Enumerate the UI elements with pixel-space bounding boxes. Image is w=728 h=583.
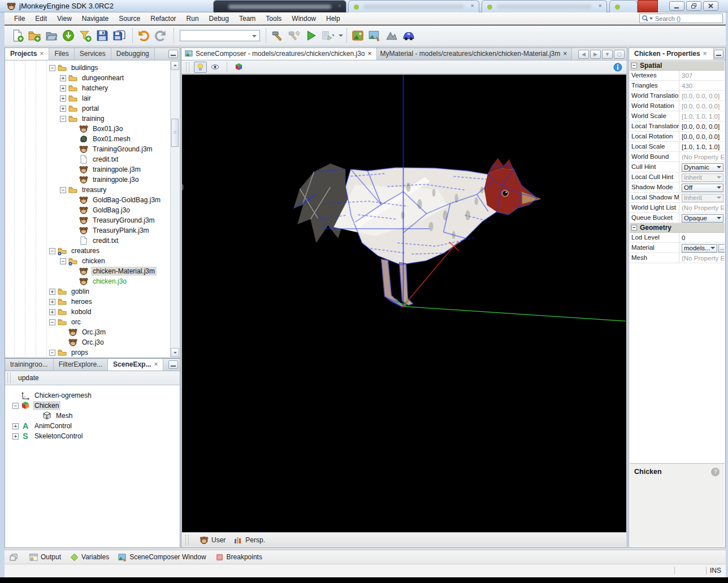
- tree-item-chicken-j3o[interactable]: chicken.j3o: [6, 276, 170, 286]
- tree-item-creatures[interactable]: −creatures: [6, 246, 170, 256]
- docked-window-output[interactable]: Output: [29, 553, 61, 562]
- expander-expand-icon[interactable]: +: [60, 95, 66, 102]
- editor-tab-mymaterial-models-creatures-chicken-chicken-material-j3m[interactable]: MyMaterial - models/creatures/chicken/ch…: [377, 48, 573, 60]
- background-browser-tab[interactable]: [609, 0, 638, 12]
- tree-item-training[interactable]: −training: [6, 114, 170, 124]
- minimize-panel-button[interactable]: [714, 50, 723, 58]
- tree-item-orc[interactable]: −orc: [6, 317, 170, 327]
- expander-collapse-icon[interactable]: −: [60, 187, 66, 193]
- update-center-button[interactable]: [61, 27, 78, 44]
- tree-item-goblin[interactable]: +goblin: [6, 286, 170, 297]
- tree-item-animcontrol[interactable]: +AAnimControl: [6, 421, 179, 431]
- expander-expand-icon[interactable]: +: [12, 423, 19, 429]
- tree-item-treasuryplank-j3m[interactable]: TreasuryPlank.j3m: [6, 225, 170, 236]
- tree-item-dungeonheart[interactable]: +dungeonheart: [6, 73, 170, 83]
- tree-item-lair[interactable]: +lair: [6, 93, 170, 103]
- dock-windows-icon[interactable]: [9, 553, 18, 562]
- scene-viewer-button[interactable]: [367, 27, 384, 44]
- tree-item-goldbag-goldbag-j3m[interactable]: GoldBag-GoldBag.j3m: [6, 195, 170, 205]
- minimize-window-button[interactable]: [669, 1, 684, 11]
- scrollbar-thumb[interactable]: [171, 119, 179, 147]
- ellipsis-button[interactable]: ...: [718, 244, 725, 253]
- explorer-tab-trainingroo[interactable]: trainingroo...: [5, 359, 54, 371]
- quick-search[interactable]: [639, 14, 723, 23]
- background-window-close-area[interactable]: [638, 0, 658, 12]
- tab-list-dropdown-button[interactable]: ▼: [602, 50, 613, 59]
- toolbar-drag-handle[interactable]: [7, 373, 11, 383]
- tree-item-trainingpole-j3o[interactable]: trainingpole.j3o: [6, 175, 170, 185]
- projects-tab-files[interactable]: Files: [49, 48, 74, 60]
- search-input[interactable]: [654, 15, 713, 23]
- restore-window-button[interactable]: [686, 1, 701, 11]
- maximize-editor-button[interactable]: ▢: [614, 50, 625, 59]
- expander-collapse-icon[interactable]: −: [60, 116, 66, 122]
- tree-item-treasuryground-j3m[interactable]: TreasuryGround.j3m: [6, 215, 170, 225]
- property-value[interactable]: [1.0, 1.0, 1.0]: [679, 142, 725, 151]
- tree-item-heroes[interactable]: +heroes: [6, 297, 170, 307]
- projects-tab-services[interactable]: Services: [75, 48, 111, 60]
- tree-item-chicken[interactable]: −Chicken: [6, 401, 179, 411]
- expander-expand-icon[interactable]: +: [60, 106, 66, 112]
- save-button[interactable]: [95, 27, 112, 44]
- menu-edit[interactable]: Edit: [30, 13, 52, 24]
- close-tab-icon[interactable]: ×: [563, 50, 567, 58]
- menu-view[interactable]: View: [52, 13, 77, 24]
- tree-item-chicken-ogremesh[interactable]: Chicken-ogremesh: [6, 390, 179, 401]
- background-browser-tab[interactable]: ×: [348, 0, 479, 12]
- tree-item-box01-mesh[interactable]: Box01.mesh: [6, 134, 170, 144]
- projects-tree-scrollbar[interactable]: [170, 61, 179, 357]
- scroll-tabs-right-button[interactable]: ▶: [590, 50, 601, 59]
- property-value[interactable]: 0: [679, 233, 725, 242]
- minimize-panel-button[interactable]: [168, 360, 178, 369]
- expander-expand-icon[interactable]: +: [60, 75, 66, 81]
- new-file-button[interactable]: [10, 27, 27, 44]
- save-all-button[interactable]: [112, 27, 129, 44]
- tree-item-box01-j3o[interactable]: Box01.j3o: [6, 124, 170, 134]
- tree-item-credit-txt[interactable]: credit.txt: [6, 236, 170, 246]
- open-project-button[interactable]: [44, 27, 61, 44]
- tree-item-trainingground-j3m[interactable]: TrainingGround.j3m: [6, 144, 170, 154]
- menu-help[interactable]: Help: [321, 13, 345, 24]
- tree-item-chicken-material-j3m[interactable]: chicken-Material.j3m: [6, 266, 170, 276]
- terrain-editor-button[interactable]: [350, 27, 367, 44]
- explorer-tab-filterexplore[interactable]: FilterExplore...: [54, 359, 108, 371]
- toolbar-drag-handle[interactable]: [186, 62, 189, 72]
- redo-button[interactable]: [153, 27, 170, 44]
- tree-item-props[interactable]: −props: [6, 347, 170, 357]
- camera-select-button[interactable]: User: [200, 536, 226, 545]
- scroll-down-button[interactable]: [171, 348, 179, 357]
- property-dropdown-cull-hint[interactable]: Dynamic: [682, 163, 723, 172]
- tree-item-orc-j3o[interactable]: Orc.j3o: [6, 337, 170, 347]
- expander-collapse-icon[interactable]: −: [49, 65, 55, 71]
- build-button[interactable]: [270, 27, 287, 44]
- wireframe-cube-button[interactable]: [232, 62, 245, 73]
- vehicle-creator-button[interactable]: [401, 27, 418, 44]
- section-collapse-icon[interactable]: −: [631, 63, 637, 68]
- clean-build-button[interactable]: [287, 27, 304, 44]
- expander-collapse-icon[interactable]: −: [49, 248, 55, 254]
- background-browser-tab[interactable]: ×: [482, 0, 607, 12]
- tree-item-kobold[interactable]: +kobold: [6, 307, 170, 317]
- configuration-select[interactable]: [180, 30, 260, 41]
- close-tab-icon[interactable]: ×: [154, 360, 158, 371]
- new-filter-button[interactable]: [78, 27, 95, 44]
- scroll-tabs-left-button[interactable]: ◀: [578, 50, 589, 59]
- menu-team[interactable]: Team: [234, 13, 261, 24]
- scroll-up-button[interactable]: [171, 61, 179, 70]
- perspective-select-button[interactable]: Persp.: [233, 536, 265, 545]
- menu-run[interactable]: Run: [181, 13, 204, 24]
- expander-collapse-icon[interactable]: −: [49, 350, 55, 356]
- tree-item-portal[interactable]: +portal: [6, 103, 170, 114]
- expander-expand-icon[interactable]: +: [49, 299, 55, 305]
- property-dropdown-queue-bucket[interactable]: Opaque: [682, 214, 723, 223]
- toggle-visibility-button[interactable]: [209, 62, 222, 73]
- docked-window-breakpoints[interactable]: Breakpoints: [215, 553, 262, 562]
- expander-expand-icon[interactable]: +: [12, 433, 19, 440]
- expander-expand-icon[interactable]: +: [49, 289, 55, 295]
- tree-item-goldbag-j3o[interactable]: GoldBag.j3o: [6, 205, 170, 215]
- projects-tab-debugging[interactable]: Debugging: [111, 48, 155, 60]
- explorer-tab-sceneexp[interactable]: SceneExp...×: [108, 359, 163, 371]
- tree-item-skeletoncontrol[interactable]: +SSkeletonControl: [6, 431, 179, 441]
- undo-button[interactable]: [136, 27, 153, 44]
- docked-window-variables[interactable]: Variables: [70, 553, 109, 562]
